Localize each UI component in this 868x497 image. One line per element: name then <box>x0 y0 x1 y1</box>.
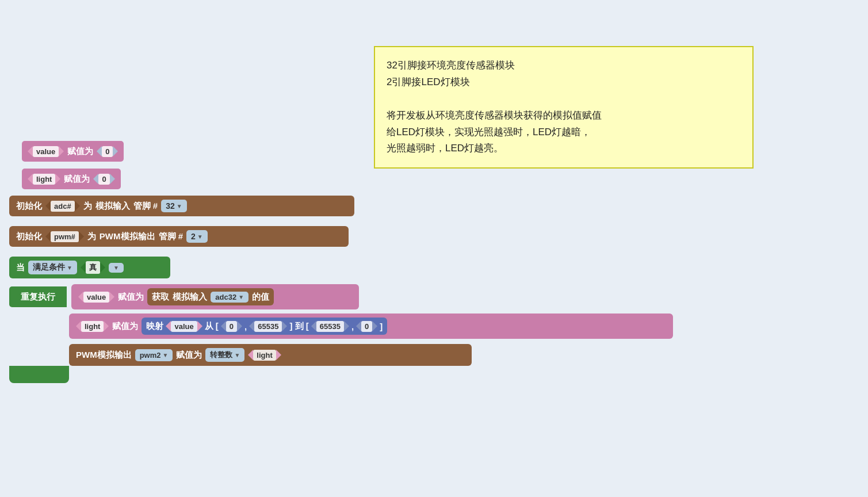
assign-read-label: 赋值为 <box>118 292 144 303</box>
pwm-pin-dropdown[interactable]: 2 ▼ <box>186 230 208 243</box>
assign-label-2: 赋值为 <box>64 174 90 185</box>
from-min-notch: 0 <box>221 321 242 332</box>
adc32-dropdown[interactable]: adc32 ▼ <box>211 292 248 303</box>
map-value-notch: value <box>166 321 202 332</box>
pwm-dropdown-arrow: ▼ <box>197 234 203 240</box>
row-pwm-init: 初始化 pwm# 为 PWM模拟输出 管脚 # 2 ▼ <box>9 226 349 247</box>
light-var: light <box>81 321 104 332</box>
to-max: 0 <box>361 321 372 332</box>
bracket-close: ] <box>380 322 383 331</box>
to-min-notch: 65535 <box>311 321 349 332</box>
pwm-hash-notch: pwm# <box>45 231 84 242</box>
adc-dropdown-arrow: ▼ <box>177 203 182 209</box>
canvas: 32引脚接环境亮度传感器模块 2引脚接LED灯模块 将开发板从环境亮度传感器模块… <box>0 0 868 497</box>
repeat-label: 重复执行 <box>21 292 55 303</box>
note-line3: 将开发板从环境亮度传感器模块获得的模拟值赋值 <box>387 108 741 124</box>
pin-label-adc: 管脚 # <box>133 201 158 212</box>
map-label: 映射 <box>146 321 163 332</box>
value-var-notch: value <box>78 292 114 303</box>
row-light-map: light 赋值为 映射 value 从 [ 0 , <box>69 314 673 339</box>
light-out-notch: light <box>248 350 281 361</box>
condition-dropdown[interactable]: 满足条件 ▼ <box>28 261 77 274</box>
note-line4: 给LED灯模块，实现光照越强时，LED灯越暗， <box>387 124 741 141</box>
pwm-pin-value: 2 <box>191 232 196 241</box>
loop-bottom <box>9 366 69 383</box>
to-int-dropdown[interactable]: 转整数 ▼ <box>205 348 244 362</box>
true-arrow: ▼ <box>113 265 119 271</box>
pwm-hash: pwm# <box>51 231 79 242</box>
to-label: ] 到 [ <box>289 321 308 332</box>
block-adc-init: 初始化 adc# 为 模拟输入 管脚 # 32 ▼ <box>9 196 354 216</box>
note-line2: 2引脚接LED灯模块 <box>387 74 741 91</box>
from-max: 65535 <box>254 321 282 332</box>
from-max-notch: 65535 <box>249 321 287 332</box>
assign-label-pwm: 赋值为 <box>176 350 202 361</box>
true-value: 真 <box>86 261 100 274</box>
block-light-map: light 赋值为 映射 value 从 [ 0 , <box>69 314 673 339</box>
value-zero: 0 <box>102 146 113 157</box>
pwm-output-label: PWM模拟输出 <box>100 231 155 242</box>
value-zero-notch: 0 <box>97 146 118 157</box>
from-min: 0 <box>226 321 237 332</box>
adc-hash: adc# <box>51 201 75 212</box>
adc32-value: adc32 <box>215 293 236 301</box>
light-zero: 0 <box>98 174 109 185</box>
for-label-adc: 为 <box>83 201 92 212</box>
for-label-pwm: 为 <box>87 231 96 242</box>
pin-label-pwm: 管脚 # <box>159 231 183 242</box>
true-dropdown[interactable]: ▼ <box>109 263 124 273</box>
row-while: 当 满足条件 ▼ 真 ▼ <box>9 257 170 278</box>
pwm2-dropdown[interactable]: pwm2 ▼ <box>135 349 173 361</box>
adc-hash-notch: adc# <box>45 201 80 212</box>
when-label: 当 <box>16 262 25 273</box>
init-label-pwm: 初始化 <box>16 231 42 242</box>
pwm-out-label: PWM模拟输出 <box>76 350 132 361</box>
note-line5: 光照越弱时，LED灯越亮。 <box>387 140 741 157</box>
light-zero-notch: 0 <box>93 174 114 185</box>
block-pwm-init: 初始化 pwm# 为 PWM模拟输出 管脚 # 2 ▼ <box>9 226 349 247</box>
to-max-notch: 0 <box>356 321 377 332</box>
init-label-adc: 初始化 <box>16 201 42 212</box>
block-value-read: value 赋值为 获取 模拟输入 adc32 ▼ 的值 <box>71 284 359 309</box>
adc-pin-dropdown[interactable]: 32 ▼ <box>161 200 186 212</box>
condition-arrow: ▼ <box>67 265 72 271</box>
analog-input-label: 模拟输入 <box>95 201 130 212</box>
block-while: 当 满足条件 ▼ 真 ▼ <box>9 257 170 278</box>
condition-value: 满足条件 <box>33 262 65 273</box>
note-box: 32引脚接环境亮度传感器模块 2引脚接LED灯模块 将开发板从环境亮度传感器模块… <box>374 46 754 169</box>
comma2: , <box>351 322 354 331</box>
row-repeat-label: 重复执行 value 赋值为 获取 模拟输入 adc32 ▼ 的值 <box>9 284 359 309</box>
pwm2-value: pwm2 <box>140 351 161 360</box>
true-notch: 真 <box>81 261 105 274</box>
to-int-arrow: ▼ <box>234 352 240 358</box>
block-light-assign: light 赋值为 0 <box>22 169 121 189</box>
row-light-assign: light 赋值为 0 <box>22 169 121 189</box>
repeat-label-block: 重复执行 <box>9 286 67 307</box>
note-line1: 32引脚接环境亮度传感器模块 <box>387 58 741 74</box>
row-pwm-output: PWM模拟输出 pwm2 ▼ 赋值为 转整数 ▼ light <box>69 344 472 366</box>
assign-label-1: 赋值为 <box>67 146 93 157</box>
get-label: 获取 <box>152 292 169 303</box>
row-value-assign: value 赋值为 0 <box>22 141 124 162</box>
value-label: value <box>33 146 59 157</box>
light-out: light <box>253 350 276 361</box>
analog-input-label-2: 模拟输入 <box>173 292 207 303</box>
light-notch: light <box>28 174 60 185</box>
light-var-notch: light <box>76 321 109 332</box>
from-label: 从 [ <box>205 321 219 332</box>
pwm2-arrow: ▼ <box>163 352 169 358</box>
block-map: 映射 value 从 [ 0 , 65535 ] 到 <box>142 318 387 335</box>
assign-map-label: 赋值为 <box>112 321 138 332</box>
light-label: light <box>33 174 55 185</box>
map-value-var: value <box>171 321 197 332</box>
value-notch: value <box>28 146 64 157</box>
value-var: value <box>83 292 109 303</box>
row-adc-init: 初始化 adc# 为 模拟输入 管脚 # 32 ▼ <box>9 196 354 216</box>
adc-pin-value: 32 <box>166 201 175 211</box>
block-get-analog: 获取 模拟输入 adc32 ▼ 的值 <box>147 288 274 305</box>
to-int-label: 转整数 <box>210 350 232 360</box>
block-pwm-output: PWM模拟输出 pwm2 ▼ 赋值为 转整数 ▼ light <box>69 344 472 366</box>
adc32-arrow: ▼ <box>238 294 244 300</box>
block-value-assign: value 赋值为 0 <box>22 141 124 162</box>
of-value-label: 的值 <box>252 292 269 303</box>
